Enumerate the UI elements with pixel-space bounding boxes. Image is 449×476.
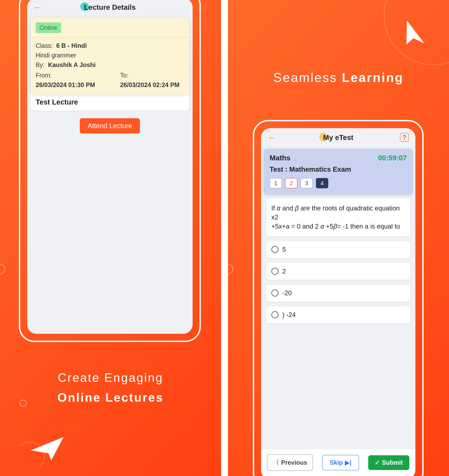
skip-button[interactable]: Skip ▶|	[322, 455, 359, 470]
question-nav-4[interactable]: 4	[316, 178, 328, 188]
decoration-dashed	[15, 442, 45, 471]
question-nav-1[interactable]: 1	[270, 178, 282, 188]
back-icon[interactable]: ←	[268, 133, 276, 142]
page-title: My eTest	[323, 133, 353, 142]
answer-option-1[interactable]: 5	[266, 241, 410, 258]
promo-text: Seamless Learning	[228, 70, 449, 85]
status-badge: Online	[36, 23, 61, 33]
decoration-circle	[228, 264, 233, 274]
radio-icon	[271, 268, 278, 275]
question-nav-2[interactable]: 2	[285, 178, 297, 188]
timer: 00:59:07	[378, 154, 407, 162]
previous-button[interactable]: 〈 Previous	[267, 454, 313, 471]
decoration-circle	[20, 400, 27, 407]
answer-option-3[interactable]: -20	[266, 285, 410, 301]
decoration-circle	[0, 264, 5, 274]
promo-text: Create Engaging Online Lectures	[0, 368, 221, 408]
chevron-left-icon: 〈	[273, 458, 279, 467]
question-nav-3[interactable]: 3	[300, 178, 313, 188]
phone-frame-left: ← Lecture Details Online Class: 6 B - Hi…	[19, 0, 201, 342]
decoration-dashed	[384, 0, 449, 65]
radio-icon	[271, 311, 278, 318]
page-title: Lecture Details	[84, 3, 136, 11]
submit-button[interactable]: ✓ Submit	[368, 455, 409, 470]
phone-frame-right: ← My eTest ? Maths 00:59:07 Test : Mathe…	[253, 120, 424, 476]
help-icon[interactable]: ?	[400, 133, 409, 142]
back-icon[interactable]: ←	[34, 3, 41, 12]
test-name: Test : Mathematics Exam	[270, 165, 407, 173]
lecture-details-card: Online Class: 6 B - Hindi Hindi grammer …	[30, 18, 189, 95]
answer-option-2[interactable]: 2	[266, 263, 410, 280]
radio-icon	[271, 289, 278, 297]
subject-label: Maths	[270, 154, 290, 162]
answer-option-4[interactable]: ) -24	[266, 306, 410, 323]
check-icon: ✓	[375, 459, 380, 466]
test-info-card: Maths 00:59:07 Test : Mathematics Exam 1…	[264, 149, 413, 194]
attend-lecture-button[interactable]: Attend Lecture	[80, 118, 140, 133]
radio-icon	[271, 246, 278, 253]
skip-forward-icon: ▶|	[345, 459, 351, 466]
question-text: If α and β are the roots of quadratic eq…	[266, 198, 410, 236]
